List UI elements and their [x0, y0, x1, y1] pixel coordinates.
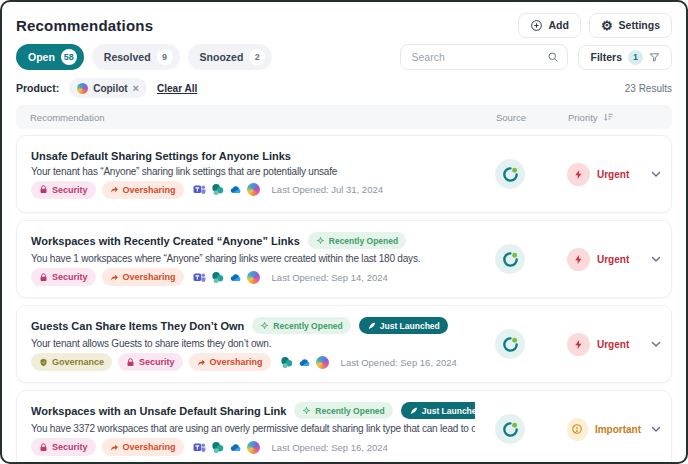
orchestry-logo-icon [495, 159, 525, 189]
product-chip-label: Copilot [93, 83, 127, 94]
priority-label: Urgent [597, 169, 629, 180]
remove-chip-icon[interactable]: × [133, 83, 139, 94]
lightning-bolt-icon [567, 163, 590, 186]
chevron-down-icon[interactable] [641, 337, 671, 351]
teams-icon [193, 271, 206, 284]
funnel-icon [649, 52, 660, 63]
column-priority-label: Priority [568, 112, 598, 123]
top-bar: Recommendations Add ⚙ Settings [16, 12, 672, 38]
tag-oversharing: Oversharing [189, 353, 271, 371]
source-cell [475, 414, 545, 444]
priority-cell: Urgent [545, 333, 641, 356]
tab-resolved[interactable]: Resolved9 [92, 44, 180, 70]
last-opened: Last Opened: Sep 14, 2024 [272, 272, 388, 283]
chevron-down-icon[interactable] [641, 167, 671, 181]
recommendation-main: Workspaces with an Unsafe Default Sharin… [31, 402, 475, 456]
sparkle-icon [302, 406, 311, 415]
sharepoint-icon [211, 183, 224, 196]
product-filter-label: Product: [16, 82, 59, 94]
chevron-down-icon[interactable] [641, 252, 671, 266]
table-header: Recommendation Source Priority [16, 105, 672, 129]
recommendation-main: Workspaces with Recently Created “Anyone… [31, 232, 475, 286]
badge-launched: Just Launched [359, 317, 448, 334]
last-opened: Last Opened: Jul 31, 2024 [272, 184, 383, 195]
share-arrow-icon [110, 185, 119, 194]
onedrive-icon [298, 356, 311, 369]
tab-label: Resolved [104, 51, 151, 63]
recommendation-description: Your tenant allows Guests to share items… [31, 338, 475, 349]
tag-security: Security [31, 181, 96, 199]
recommendation-row[interactable]: Unsafe Default Sharing Settings for Anyo… [16, 135, 672, 213]
recommendations-page: Recommendations Add ⚙ Settings Open58Res… [0, 0, 688, 464]
search-tools: Filters 1 [400, 44, 672, 70]
sort-descending-icon[interactable] [603, 112, 614, 123]
orchestry-logo-icon [495, 244, 525, 274]
priority-cell: Urgent [545, 163, 641, 186]
sparkle-icon [316, 236, 325, 245]
recommendation-row[interactable]: Workspaces with an Unsafe Default Sharin… [16, 390, 672, 464]
product-chip-copilot[interactable]: Copilot × [69, 78, 147, 98]
page-title: Recommendations [16, 17, 153, 34]
badge-recent: Recently Opened [294, 402, 392, 419]
priority-label: Important [595, 424, 641, 435]
add-button[interactable]: Add [518, 13, 581, 38]
share-arrow-icon [110, 443, 119, 452]
recommendation-list: Unsafe Default Sharing Settings for Anyo… [16, 135, 672, 464]
source-cell [475, 329, 545, 359]
sharepoint-icon [211, 441, 224, 454]
recommendation-row[interactable]: Workspaces with Recently Created “Anyone… [16, 220, 672, 298]
recommendation-title: Unsafe Default Sharing Settings for Anyo… [31, 150, 291, 162]
sharepoint-icon [211, 271, 224, 284]
tag-security: Security [31, 438, 96, 456]
tab-open[interactable]: Open58 [16, 44, 84, 70]
search-box[interactable] [400, 44, 568, 70]
lightning-bolt-icon [567, 333, 590, 356]
orchestry-logo-icon [495, 414, 525, 444]
recommendation-title: Workspaces with Recently Created “Anyone… [31, 235, 300, 247]
filters-button-label: Filters [590, 51, 622, 63]
gear-icon: ⚙ [601, 19, 613, 32]
tag-oversharing: Oversharing [102, 438, 184, 456]
exclamation-circle-icon [567, 418, 588, 441]
clear-all-link[interactable]: Clear All [157, 83, 197, 94]
source-cell [475, 244, 545, 274]
tag-security: Security [31, 268, 96, 286]
recommendation-row[interactable]: Guests Can Share Items They Don’t OwnRec… [16, 305, 672, 383]
copilot-icon [77, 83, 88, 94]
orchestry-logo-icon [495, 329, 525, 359]
lock-icon [39, 185, 48, 194]
tabs-row: Open58Resolved9Snoozed2 Filters 1 [16, 44, 672, 70]
last-opened: Last Opened: Sep 16, 2024 [272, 442, 388, 453]
teams-icon [193, 441, 206, 454]
rocket-icon [409, 406, 418, 415]
tab-label: Snoozed [200, 51, 244, 63]
column-recommendation: Recommendation [30, 112, 476, 123]
tab-count-badge: 58 [61, 49, 77, 65]
tag-security: Security [118, 353, 183, 371]
plus-circle-icon [530, 19, 543, 32]
product-filter-bar: Product: Copilot × Clear All 23 Results [16, 78, 672, 98]
app-icons [193, 271, 260, 284]
sharepoint-icon [280, 356, 293, 369]
recommendation-description: Your tenant has “Anyone” sharing link se… [31, 166, 475, 177]
recommendation-title: Workspaces with an Unsafe Default Sharin… [31, 405, 286, 417]
tab-label: Open [28, 51, 55, 63]
lock-icon [126, 358, 135, 367]
tab-count-badge: 9 [157, 49, 173, 65]
onedrive-icon [229, 441, 242, 454]
chevron-down-icon[interactable] [641, 422, 671, 436]
results-count: 23 Results [625, 83, 672, 94]
top-actions: Add ⚙ Settings [518, 13, 673, 38]
add-button-label: Add [549, 19, 569, 31]
settings-button[interactable]: ⚙ Settings [589, 13, 672, 38]
search-icon [547, 51, 559, 63]
column-priority[interactable]: Priority [546, 112, 642, 123]
source-cell [475, 159, 545, 189]
tab-snoozed[interactable]: Snoozed2 [188, 44, 273, 70]
rocket-icon [367, 321, 376, 330]
shield-icon [39, 358, 48, 367]
filters-button[interactable]: Filters 1 [578, 45, 672, 70]
teams-icon [193, 183, 206, 196]
recommendation-main: Unsafe Default Sharing Settings for Anyo… [31, 150, 475, 199]
copilot-icon [247, 271, 260, 284]
